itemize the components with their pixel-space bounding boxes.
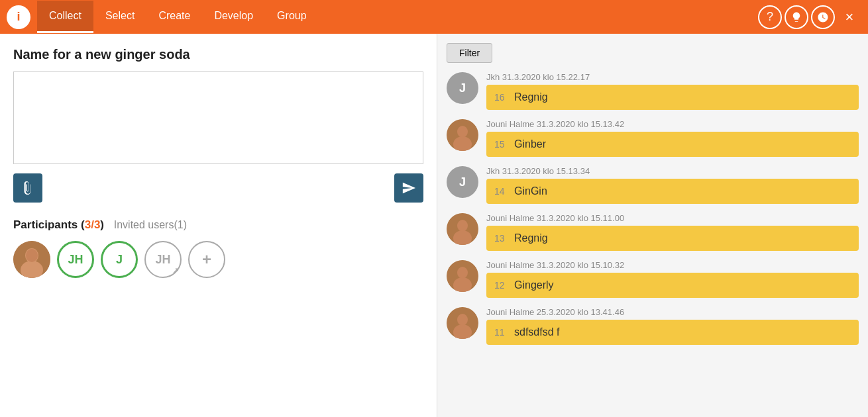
response-content-2: Jkh 31.3.2020 klo 15.13.34 14 GinGin — [486, 166, 859, 204]
response-content-5: Jouni Halme 25.3.2020 klo 13.41.46 11 sd… — [486, 307, 859, 345]
response-item-3: Jouni Halme 31.3.2020 klo 15.11.00 13 Re… — [447, 213, 859, 251]
response-avatar-4 — [447, 260, 478, 292]
send-button[interactable] — [394, 173, 423, 203]
participants-title: Participants (3/3) Invited users(1) — [13, 218, 423, 232]
avatar-jh-gray[interactable]: JH ↗ — [144, 241, 182, 278]
response-number-1: 15 — [494, 139, 508, 150]
response-number-3: 13 — [494, 233, 508, 244]
response-meta-5: Jouni Halme 25.3.2020 klo 13.41.46 — [486, 307, 859, 317]
tab-select[interactable]: Select — [93, 1, 146, 33]
response-text-1: Ginber — [514, 138, 546, 150]
tab-group[interactable]: Group — [265, 1, 318, 33]
attach-button[interactable] — [13, 173, 42, 203]
tab-develop[interactable]: Develop — [202, 1, 265, 33]
main-layout: Name for a new ginger soda Participants … — [0, 34, 868, 417]
response-content-4: Jouni Halme 31.3.2020 klo 15.10.32 12 Gi… — [486, 260, 859, 298]
response-bubble-4[interactable]: 12 Gingerly — [486, 273, 859, 298]
response-meta-0: Jkh 31.3.2020 klo 15.22.17 — [486, 72, 859, 82]
participants-count: 3/3 — [85, 218, 101, 231]
header-right: ? × — [758, 5, 861, 29]
avatars-row: JH J JH ↗ + — [13, 241, 423, 278]
response-item-0: J Jkh 31.3.2020 klo 15.22.17 16 Regnig — [447, 72, 859, 110]
response-meta-2: Jkh 31.3.2020 klo 15.13.34 — [486, 166, 859, 176]
svg-point-11 — [457, 267, 468, 279]
avatar-j-green[interactable]: J — [101, 241, 138, 278]
add-participant-button[interactable]: + — [188, 241, 225, 278]
response-meta-1: Jouni Halme 31.3.2020 klo 15.13.42 — [486, 119, 859, 129]
response-bubble-5[interactable]: 11 sdfsdfsd f — [486, 320, 859, 345]
info-icon[interactable]: i — [7, 5, 30, 29]
response-avatar-3 — [447, 213, 478, 245]
response-bubble-3[interactable]: 13 Regnig — [486, 226, 859, 251]
response-avatar-0: J — [447, 72, 478, 104]
header: i Collect Select Create Develop Group ? … — [0, 0, 868, 34]
response-number-2: 14 — [494, 186, 508, 197]
response-avatar-2: J — [447, 166, 478, 198]
response-bubble-1[interactable]: 15 Ginber — [486, 132, 859, 157]
response-number-0: 16 — [494, 92, 508, 103]
response-meta-3: Jouni Halme 31.3.2020 klo 15.11.00 — [486, 213, 859, 223]
participants-section: Participants (3/3) Invited users(1) JH — [13, 218, 423, 278]
left-panel: Name for a new ginger soda Participants … — [0, 34, 437, 417]
right-panel: Filter J Jkh 31.3.2020 klo 15.22.17 16 R… — [437, 34, 868, 417]
response-item-4: Jouni Halme 31.3.2020 klo 15.10.32 12 Gi… — [447, 260, 859, 298]
svg-point-8 — [457, 220, 468, 232]
response-avatar-5 — [447, 307, 478, 339]
response-item-5: Jouni Halme 25.3.2020 klo 13.41.46 11 sd… — [447, 307, 859, 345]
response-bubble-0[interactable]: 16 Regnig — [486, 85, 859, 110]
panel-title: Name for a new ginger soda — [13, 47, 423, 62]
svg-point-3 — [26, 249, 38, 262]
filter-button[interactable]: Filter — [447, 43, 492, 63]
response-item-2: J Jkh 31.3.2020 klo 15.13.34 14 GinGin — [447, 166, 859, 204]
response-text-2: GinGin — [514, 185, 547, 197]
svg-point-14 — [457, 314, 468, 326]
response-bubble-2[interactable]: 14 GinGin — [486, 179, 859, 204]
idea-input[interactable] — [13, 71, 423, 164]
response-item-1: Jouni Halme 31.3.2020 klo 15.13.42 15 Gi… — [447, 119, 859, 157]
close-button[interactable]: × — [838, 5, 861, 29]
avatar-jh-green[interactable]: JH — [57, 241, 94, 278]
response-content-1: Jouni Halme 31.3.2020 klo 15.13.42 15 Gi… — [486, 119, 859, 157]
response-avatar-1 — [447, 119, 478, 151]
response-text-4: Gingerly — [514, 279, 554, 291]
responses-list: J Jkh 31.3.2020 klo 15.22.17 16 Regnig J… — [447, 72, 859, 345]
avatar-photo-1[interactable] — [13, 241, 50, 278]
participants-label: Participants — [13, 218, 78, 231]
response-number-4: 12 — [494, 280, 508, 291]
response-text-5: sdfsdfsd f — [514, 326, 559, 338]
help-icon[interactable]: ? — [758, 5, 782, 29]
invited-label: Invited users(1) — [114, 219, 187, 230]
response-content-0: Jkh 31.3.2020 klo 15.22.17 16 Regnig — [486, 72, 859, 110]
clock-icon[interactable] — [811, 5, 835, 29]
tab-create[interactable]: Create — [146, 1, 202, 33]
response-content-3: Jouni Halme 31.3.2020 klo 15.11.00 13 Re… — [486, 213, 859, 251]
tab-collect[interactable]: Collect — [37, 1, 93, 33]
response-meta-4: Jouni Halme 31.3.2020 klo 15.10.32 — [486, 260, 859, 270]
idea-icon[interactable] — [785, 5, 808, 29]
response-text-0: Regnig — [514, 91, 548, 103]
action-bar — [13, 173, 423, 203]
response-number-5: 11 — [494, 327, 508, 338]
svg-point-5 — [457, 126, 468, 138]
response-text-3: Regnig — [514, 232, 548, 244]
